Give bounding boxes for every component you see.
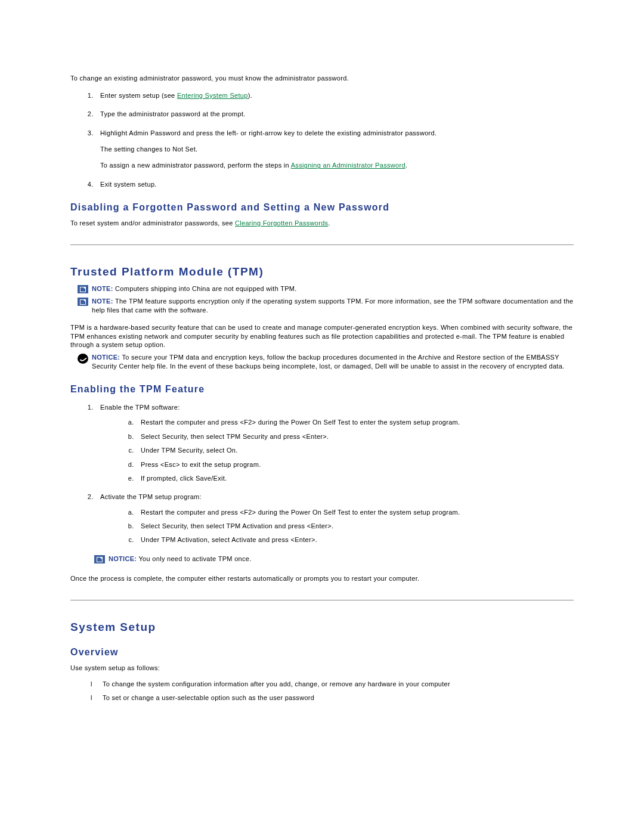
notice-icon [78,354,88,364]
tpm-description: TPM is a hardware-based security feature… [70,323,574,350]
notice-backup-body: To secure your TPM data and encryption k… [92,354,564,370]
tpm-step-2: Activate the TPM setup program: Restart … [95,493,574,545]
step-2: Type the administrator password at the p… [95,110,574,119]
link-assigning-admin-password[interactable]: Assigning an Administrator Password [291,162,405,169]
divider [70,244,574,245]
disable-text-b: . [328,219,330,227]
heading-overview: Overview [70,647,574,658]
note-encryption-body: The TPM feature supports encryption only… [92,298,574,314]
tpm-step-1a: Restart the computer and press <F2> duri… [136,418,574,427]
heading-tpm: Trusted Platform Module (TPM) [70,265,574,278]
step-3-sub-2-b: . [405,162,407,169]
tpm-step-1b: Select Security, then select TPM Securit… [136,432,574,441]
tpm-step-2a: Restart the computer and press <F2> duri… [136,508,574,517]
tpm-step-1d: Press <Esc> to exit the setup program. [136,460,574,469]
tpm-step-1-main: Enable the TPM software: [100,404,180,411]
note-row-encryption: NOTE: The TPM feature supports encryptio… [78,297,574,315]
notice-row-backup: NOTICE: To secure your TPM data and encr… [78,353,574,371]
step-1-text-a: Enter system setup (see [100,92,177,99]
step-3: Highlight Admin Password and press the l… [95,129,574,171]
setup-intro: Use system setup as follows: [70,664,574,673]
notice-label: NOTICE: [109,555,137,562]
note-label: NOTE: [92,298,113,305]
setup-bullets: To change the system configuration infor… [70,680,574,703]
setup-bullet-2: To set or change a user-selectable optio… [95,693,574,702]
tpm-step-2c: Under TPM Activation, select Activate an… [136,535,574,544]
tpm-step-2-sublist: Restart the computer and press <F2> duri… [100,508,574,545]
notice-activate-once-text: NOTICE: You only need to activate TPM on… [109,555,574,563]
heading-enabling-tpm: Enabling the TPM Feature [70,384,574,395]
note-icon [94,555,105,563]
note-icon [78,298,88,306]
intro-text: To change an existing administrator pass… [70,74,574,83]
step-1: Enter system setup (see Entering System … [95,91,574,100]
note-icon [78,285,88,293]
note-encryption-text: NOTE: The TPM feature supports encryptio… [92,297,574,315]
tpm-step-1: Enable the TPM software: Restart the com… [95,403,574,483]
tpm-step-2-main: Activate the TPM setup program: [100,493,202,500]
divider [70,600,574,600]
tpm-steps-list: Enable the TPM software: Restart the com… [70,403,574,545]
heading-disable-forgotten: Disabling a Forgotten Password and Setti… [70,202,574,213]
document-page: To change an existing administrator pass… [0,0,644,833]
notice-row-activate-once: NOTICE: You only need to activate TPM on… [94,555,574,563]
tpm-after-text: Once the process is complete, the comput… [70,574,574,583]
admin-steps-list: Enter system setup (see Entering System … [70,91,574,189]
disable-text: To reset system and/or administrator pas… [70,219,574,228]
step-3-sub-2: To assign a new administrator password, … [100,161,574,170]
notice-backup-text: NOTICE: To secure your TPM data and encr… [92,353,574,371]
note-label: NOTE: [92,285,113,292]
notice-activate-once-body: You only need to activate TPM once. [137,555,251,562]
notice-label: NOTICE: [92,354,120,361]
heading-system-setup: System Setup [70,621,574,634]
tpm-step-1e: If prompted, click Save/Exit. [136,474,574,483]
link-entering-system-setup[interactable]: Entering System Setup [177,92,248,99]
step-4: Exit system setup. [95,180,574,189]
tpm-step-2b: Select Security, then select TPM Activat… [136,522,574,531]
step-3-text-a: Highlight Admin Password and press the l… [100,129,436,137]
tpm-step-1c: Under TPM Security, select On. [136,446,574,455]
note-china-body: Computers shipping into China are not eq… [113,285,297,292]
step-3-sub-2-a: To assign a new administrator password, … [100,162,291,169]
note-china-text: NOTE: Computers shipping into China are … [92,284,574,293]
step-1-text-b: ). [248,92,252,99]
link-clearing-forgotten-passwords[interactable]: Clearing Forgotten Passwords [235,219,328,227]
tpm-step-1-sublist: Restart the computer and press <F2> duri… [100,418,574,483]
setup-bullet-1: To change the system configuration infor… [95,680,574,689]
step-3-sub-1: The setting changes to Not Set. [100,145,574,154]
disable-text-a: To reset system and/or administrator pas… [70,219,235,227]
note-row-china: NOTE: Computers shipping into China are … [78,284,574,293]
